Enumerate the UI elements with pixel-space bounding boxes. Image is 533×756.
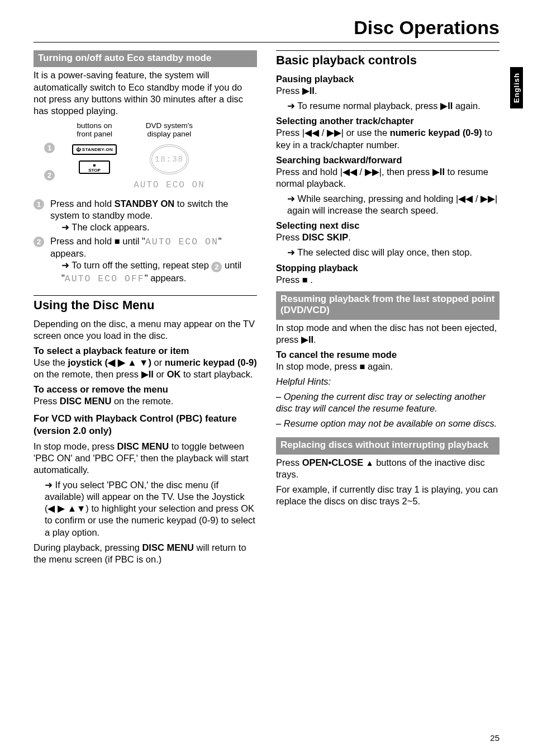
right-column: Basic playback controls Pausing playback… — [276, 50, 499, 569]
eco-standby-heading: Turning on/off auto Eco standby mode — [34, 50, 257, 67]
step-badge-2: 2 — [44, 170, 55, 181]
resume-body: In stop mode and when the disc has not b… — [276, 322, 499, 346]
select-track-block: Selecting another track/chapter Press |◀… — [276, 115, 499, 150]
access-menu: To access or remove the menu Press DISC … — [34, 384, 257, 407]
pbc-during-playback: During playback, pressing DISC MENU will… — [34, 542, 257, 565]
step-1-result: ➜ The clock appears. — [50, 221, 257, 233]
diagram-label-buttons: buttons on front panel — [77, 121, 112, 139]
pbc-toggle: In stop mode, press DISC MENU to toggle … — [34, 441, 257, 476]
replace-body-2: For example, if currently disc tray 1 is… — [276, 484, 499, 507]
hint-1: – Opening the current disc tray or selec… — [276, 391, 499, 414]
step-2-text: Press and hold ■ until "AUTO ECO ON" app… — [50, 235, 257, 285]
disc-menu-title: Using the Disc Menu — [34, 298, 257, 313]
pbc-heading: For VCD with Playback Control (PBC) feat… — [34, 413, 257, 437]
standby-on-button-graphic: ⏻ STANDBY-ON — [72, 144, 117, 155]
replace-heading: Replacing discs without interrupting pla… — [276, 437, 499, 454]
step-badge-1: 1 — [44, 143, 55, 153]
diagram-label-display: DVD system's display panel — [146, 121, 193, 139]
disc-menu-intro: Depending on the disc, a menu may appear… — [34, 318, 257, 342]
basic-playback-title: Basic playback controls — [276, 53, 499, 68]
resume-heading: Resuming playback from the last stopped … — [276, 291, 499, 320]
page-number: 25 — [490, 733, 499, 743]
step-2-badge: 2 — [34, 237, 44, 247]
hint-2: – Resume option may not be available on … — [276, 418, 499, 429]
left-column: Turning on/off auto Eco standby mode It … — [34, 50, 257, 569]
eco-diagram: 1 2 buttons on front panel ⏻ STANDBY-ON … — [37, 121, 257, 190]
eco-intro: It is a power-saving feature, the system… — [34, 69, 257, 116]
pbc-on-note: ➜ If you select 'PBC ON,' the disc menu … — [34, 479, 257, 538]
step-2-result: ➜ To turn off the setting, repeat step 2… — [50, 259, 257, 285]
next-disc-note: ➜ The selected disc will play once, then… — [276, 247, 499, 258]
page-title: Disc Operations — [34, 17, 499, 42]
step-1-badge: 1 — [34, 199, 44, 210]
select-feature: To select a playback feature or item Use… — [34, 345, 257, 380]
next-disc-block: Selecting next disc Press DISC SKIP. — [276, 220, 499, 243]
auto-eco-display-graphic: AUTO ECO ON — [134, 180, 205, 190]
pausing-resume: ➜ To resume normal playback, press ▶II a… — [276, 100, 499, 112]
cancel-resume-block: To cancel the resume mode In stop mode, … — [276, 349, 499, 372]
search-speed-note: ➜ While searching, pressing and holding … — [276, 193, 499, 216]
step-1-text: Press and hold STANDBY ON to switch the … — [50, 198, 257, 233]
hints-head: Helpful Hints: — [276, 376, 499, 388]
pausing-block: Pausing playback Press ▶II. — [276, 73, 499, 97]
replace-body-1: Press OPEN•CLOSE ▲ buttons of the inacti… — [276, 457, 499, 480]
clock-display-graphic: 18:38 — [150, 144, 189, 174]
language-tab: English — [510, 67, 523, 108]
stopping-block: Stopping playback Press ■ . — [276, 262, 499, 286]
search-block: Searching backward/forward Press and hol… — [276, 154, 499, 190]
stop-button-graphic: ■STOP — [79, 160, 110, 174]
eject-icon: ▲ — [366, 459, 374, 467]
